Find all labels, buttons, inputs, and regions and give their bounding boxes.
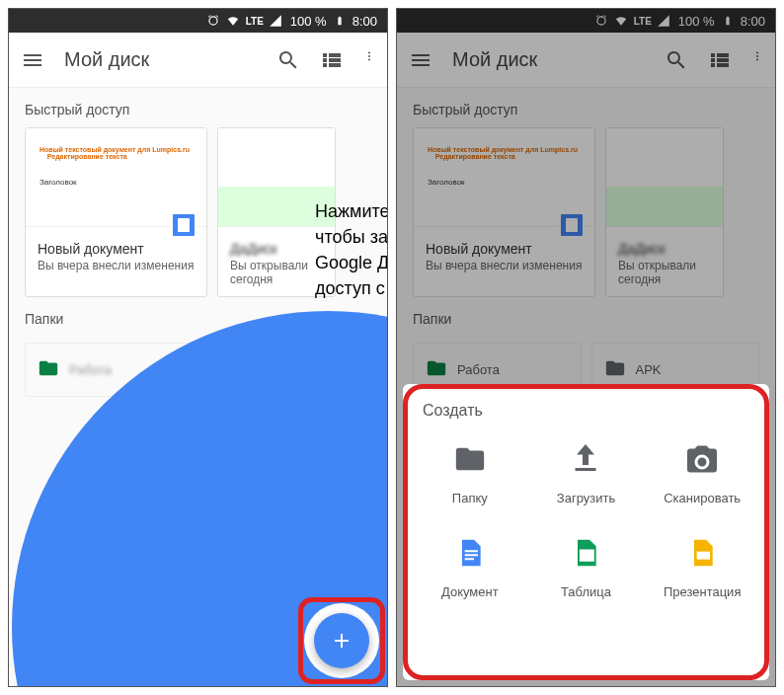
- quick-access-header: Быстрый доступ: [9, 88, 387, 127]
- quick-access-card[interactable]: ДаДиск Вы открывали сегодня: [605, 127, 724, 297]
- qa-subtitle: Вы вчера внесли изменения: [426, 259, 583, 272]
- docs-badge-icon: [559, 212, 585, 238]
- page-title: Мой диск: [452, 48, 645, 71]
- folder-icon: [38, 357, 59, 382]
- item-label: Папку: [452, 491, 488, 505]
- create-slides-button[interactable]: Презентация: [649, 531, 755, 599]
- item-label: Таблица: [561, 584, 611, 599]
- qa-title: Новый документ: [426, 241, 583, 257]
- folder-label: Работа: [457, 362, 500, 377]
- docs-badge-icon: [171, 212, 196, 238]
- battery-text: 100 %: [678, 14, 715, 29]
- search-button[interactable]: [276, 48, 300, 72]
- folder-icon: [604, 357, 626, 382]
- screen-coach-mark: LTE 100 % 8:00 Мой диск Быстрый доступ: [8, 8, 388, 687]
- battery-icon: [723, 14, 733, 28]
- qa-subtitle: Вы открывали сегодня: [618, 259, 711, 286]
- docs-icon: [448, 531, 492, 575]
- folder-icon: [448, 437, 492, 481]
- sheet-title: Создать: [417, 402, 755, 420]
- alarm-icon: [594, 14, 608, 28]
- screen-create-sheet: LTE 100 % 8:00 Мой диск Быстрый доступ Н…: [396, 8, 776, 687]
- view-toggle-button[interactable]: [708, 48, 732, 72]
- view-toggle-button[interactable]: [320, 48, 344, 72]
- signal-icon: [657, 14, 670, 28]
- more-button[interactable]: [751, 48, 763, 72]
- battery-icon: [335, 14, 345, 28]
- status-bar: LTE 100 % 8:00: [397, 9, 775, 33]
- create-sheet-button[interactable]: Таблица: [533, 531, 640, 599]
- more-button[interactable]: [363, 48, 375, 72]
- upload-icon: [564, 437, 607, 481]
- qa-subtitle: Вы вчера внесли изменения: [38, 259, 195, 272]
- upload-button[interactable]: Загрузить: [533, 437, 640, 505]
- battery-text: 100 %: [290, 14, 327, 29]
- list-view-icon: [320, 48, 344, 72]
- coach-mark-text: Нажмите на значок "плюс", чтобы загрузит…: [315, 198, 388, 301]
- create-doc-button[interactable]: Документ: [417, 531, 523, 599]
- clock-text: 8:00: [353, 14, 377, 29]
- item-label: Сканировать: [664, 491, 741, 505]
- svg-rect-0: [697, 552, 710, 560]
- qa-title: ДаДиск: [618, 241, 711, 257]
- qa-title: Новый документ: [38, 241, 195, 257]
- signal-icon: [269, 14, 282, 28]
- lte-label: LTE: [634, 16, 652, 27]
- wifi-icon: [613, 14, 629, 28]
- create-bottom-sheet: Создать Папку Загрузить Сканировать Доку…: [403, 384, 769, 680]
- hamburger-icon: [409, 48, 432, 72]
- slides-icon: [680, 531, 724, 575]
- search-icon: [665, 48, 688, 72]
- quick-access-card[interactable]: Новый текстовый документ для Lumpics.ru …: [413, 127, 595, 297]
- folder-label: APK: [636, 362, 662, 377]
- create-folder-button[interactable]: Папку: [417, 437, 523, 505]
- more-vert-icon: [363, 50, 375, 62]
- app-bar: Мой диск: [397, 33, 775, 88]
- menu-button[interactable]: [409, 48, 432, 72]
- quick-access-row: Новый текстовый документ для Lumpics.ru …: [397, 127, 775, 297]
- lte-label: LTE: [246, 16, 264, 27]
- clock-text: 8:00: [741, 14, 765, 29]
- folders-header: Папки: [397, 297, 775, 337]
- doc-thumbnail: Новый текстовый документ для Lumpics.ru …: [26, 128, 206, 227]
- hamburger-icon: [21, 48, 44, 72]
- quick-access-card[interactable]: Новый текстовый документ для Lumpics.ru …: [25, 127, 207, 297]
- status-bar: LTE 100 % 8:00: [9, 9, 387, 33]
- camera-icon: [680, 437, 724, 481]
- folder-label: Работа: [69, 362, 112, 377]
- item-label: Загрузить: [557, 491, 615, 505]
- app-bar: Мой диск: [9, 33, 387, 88]
- annotation-fab-highlight: [298, 597, 385, 684]
- qa-title: ДаДиск: [230, 241, 323, 257]
- list-view-icon: [708, 48, 732, 72]
- page-title: Мой диск: [64, 48, 257, 71]
- scan-button[interactable]: Сканировать: [649, 437, 755, 505]
- quick-access-header: Быстрый доступ: [397, 88, 775, 127]
- menu-button[interactable]: [21, 48, 44, 72]
- search-icon: [276, 48, 300, 72]
- sheet-thumbnail: [606, 128, 723, 227]
- wifi-icon: [225, 14, 241, 28]
- doc-thumbnail: Новый текстовый документ для Lumpics.ru …: [414, 128, 594, 227]
- search-button[interactable]: [665, 48, 688, 72]
- sheets-icon: [564, 531, 607, 575]
- item-label: Документ: [441, 584, 499, 599]
- more-vert-icon: [751, 50, 763, 62]
- folder-icon: [426, 357, 447, 382]
- alarm-icon: [206, 14, 220, 28]
- item-label: Презентация: [664, 584, 742, 599]
- qa-subtitle: Вы открывали сегодня: [230, 259, 323, 286]
